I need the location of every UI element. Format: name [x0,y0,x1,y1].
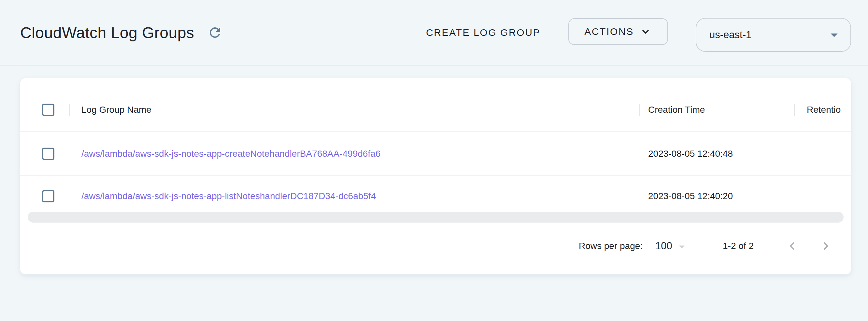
chevron-down-icon [639,25,652,38]
next-page-button[interactable] [818,238,834,254]
previous-page-button[interactable] [784,238,800,254]
chevron-right-icon [818,238,834,254]
creation-time-cell: 2023-08-05 12:40:20 [648,191,733,201]
column-header-retention: Retention [807,105,841,115]
header-divider [682,20,682,46]
header-bar: CloudWatch Log Groups CREATE LOG GROUP A… [0,0,868,65]
rows-per-page-select[interactable]: 100 [655,237,688,255]
rows-per-page-label: Rows per page: [579,241,643,251]
column-divider [69,104,70,116]
arrow-drop-down-icon [675,240,688,254]
cloudwatch-log-groups-page: CloudWatch Log Groups CREATE LOG GROUP A… [0,0,868,321]
region-selector[interactable]: us-east-1 [696,18,851,52]
select-all-checkbox[interactable] [42,104,54,116]
column-header-creation-time: Creation Time [648,105,705,115]
arrow-drop-down-icon [826,26,843,43]
create-log-group-button[interactable]: CREATE LOG GROUP [426,27,540,38]
row-divider [20,175,851,176]
row-divider [20,131,851,132]
column-header-log-group-name: Log Group Name [82,105,151,115]
actions-button[interactable]: ACTIONS [568,18,668,45]
horizontal-scrollbar-thumb[interactable] [28,212,844,223]
chevron-left-icon [784,238,800,254]
pagination-range: 1-2 of 2 [723,241,754,251]
log-group-link[interactable]: /aws/lambda/aws-sdk-js-notes-app-createN… [82,149,380,159]
refresh-icon [207,25,223,40]
creation-time-cell: 2023-08-05 12:40:48 [648,149,733,159]
refresh-button[interactable] [207,25,223,40]
page-title: CloudWatch Log Groups [20,24,194,42]
column-divider [639,104,640,116]
rows-per-page-value: 100 [655,240,672,252]
region-selector-value: us-east-1 [709,29,751,41]
log-group-link[interactable]: /aws/lambda/aws-sdk-js-notes-app-listNot… [82,191,376,201]
actions-button-label: ACTIONS [584,26,634,37]
row-checkbox[interactable] [42,148,54,160]
row-checkbox[interactable] [42,190,54,202]
column-divider [794,104,795,116]
log-groups-card: Log Group Name Creation Time Retention /… [20,78,851,274]
